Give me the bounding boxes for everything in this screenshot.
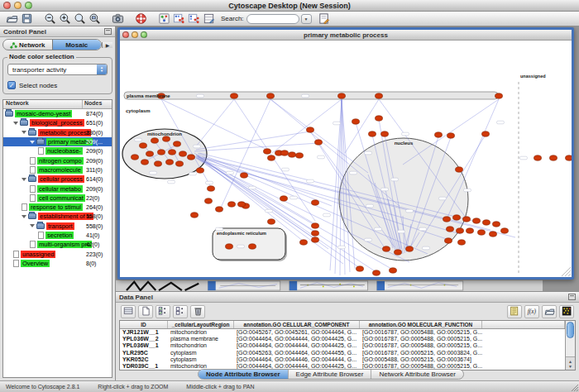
network-node[interactable]	[447, 133, 455, 138]
network-view-frame[interactable]: primary metabolic process plasma membran…	[117, 27, 574, 280]
network-node[interactable]	[179, 151, 187, 156]
network-tree-header[interactable]: Network Nodes	[3, 100, 112, 109]
column-header[interactable]: _cellularLayoutRegion	[168, 321, 234, 328]
network-edge[interactable]	[196, 99, 234, 146]
network-node[interactable]	[312, 200, 319, 205]
network-edge[interactable]	[270, 99, 368, 173]
table-row[interactable]: YPL036W__1mitochondrion[GO:0044464, GO:0…	[120, 342, 565, 349]
network-node[interactable]	[155, 161, 162, 166]
open-file-button[interactable]	[4, 12, 19, 26]
network-node[interactable]	[228, 202, 236, 207]
network-node[interactable]	[264, 149, 271, 154]
tree-row[interactable]: primary metabo209(...	[3, 137, 112, 146]
network-node[interactable]	[249, 244, 256, 249]
network-node[interactable]	[352, 119, 360, 124]
new-attribute-button[interactable]	[138, 305, 153, 318]
expander-icon[interactable]	[30, 224, 35, 227]
zoom-selected-button[interactable]	[87, 12, 102, 26]
expand-network-button[interactable]	[186, 12, 201, 26]
tree-row[interactable]: biological_process651(0)	[3, 118, 112, 127]
network-node[interactable]	[445, 238, 452, 243]
attribute-table-button[interactable]	[121, 305, 136, 318]
tree-column-nodes[interactable]: Nodes	[82, 100, 112, 108]
network-node[interactable]	[268, 155, 275, 160]
attribute-matrix-button[interactable]	[559, 305, 574, 318]
network-node[interactable]	[280, 196, 288, 201]
tab-network-attribute-browser[interactable]: Network Attribute Browser	[371, 370, 462, 379]
network-node[interactable]	[267, 93, 275, 98]
network-node[interactable]	[163, 136, 170, 141]
network-node[interactable]	[151, 138, 159, 143]
float-panel-icon[interactable]	[104, 28, 112, 35]
network-node[interactable]	[566, 155, 572, 160]
tree-column-network[interactable]: Network	[3, 100, 82, 108]
tree-row[interactable]: response to stimul264(0)	[3, 203, 112, 212]
network-node[interactable]	[312, 223, 319, 228]
network-node[interactable]	[501, 228, 509, 233]
tree-row[interactable]: mosaic-demo-yeast874(0)	[3, 109, 112, 118]
network-node[interactable]	[238, 202, 246, 207]
expander-icon[interactable]	[22, 131, 26, 134]
select-attributes-button[interactable]	[156, 305, 170, 318]
network-node[interactable]	[312, 237, 319, 242]
network-node[interactable]	[241, 173, 248, 178]
network-node[interactable]	[208, 186, 215, 191]
network-node[interactable]	[381, 131, 389, 136]
network-node[interactable]	[495, 93, 503, 98]
table-scrollbar[interactable]: ▲▼	[565, 321, 575, 370]
filter-grid-button[interactable]	[201, 12, 216, 26]
tab-node-attribute-browser[interactable]: Node Attribute Browser	[199, 370, 289, 379]
network-edge[interactable]	[196, 131, 310, 150]
network-node[interactable]	[176, 161, 184, 166]
network-node[interactable]	[473, 218, 481, 223]
network-node[interactable]	[268, 219, 275, 224]
network-node[interactable]	[443, 217, 451, 222]
network-canvas[interactable]: plasma membranecytoplasmmitochondrionnuc…	[120, 41, 572, 277]
snapshot-button[interactable]	[110, 12, 125, 26]
network-node[interactable]	[307, 127, 314, 132]
tree-row[interactable]: nucleobase-209(0)	[3, 146, 112, 155]
resize-grip-icon[interactable]	[570, 383, 578, 391]
network-node[interactable]	[356, 266, 364, 271]
network-node[interactable]	[490, 232, 497, 237]
tree-row[interactable]: macromolecule311(0)	[3, 165, 112, 174]
network-node[interactable]	[478, 230, 486, 235]
network-node[interactable]	[166, 160, 174, 165]
tree-row[interactable]: establishment of lo558(0)	[3, 212, 112, 221]
tree-row[interactable]: multi-organism pro42(0)	[3, 240, 112, 249]
tree-row[interactable]: transport558(0)	[3, 222, 112, 231]
expander-icon[interactable]	[30, 141, 35, 144]
tree-row[interactable]: cellular process614(0)	[3, 174, 112, 184]
more-tabs-button[interactable]: ▶	[102, 42, 112, 48]
network-node[interactable]	[338, 93, 346, 98]
network-node[interactable]	[140, 143, 147, 148]
scrollbar-thumb[interactable]	[567, 322, 574, 338]
network-node[interactable]	[493, 222, 500, 227]
network-node[interactable]	[483, 220, 490, 225]
network-node[interactable]	[383, 246, 390, 251]
annotation-page-button[interactable]	[317, 12, 332, 26]
delete-attribute-button[interactable]	[190, 305, 205, 318]
tree-row[interactable]: nitrogen compo209(0)	[3, 155, 112, 165]
network-node[interactable]	[456, 167, 463, 172]
app-titlebar[interactable]: Cytoscape Desktop (New Session)	[0, 0, 579, 12]
network-node[interactable]	[315, 140, 323, 145]
node-color-dropdown[interactable]: transporter activity ▲▼	[7, 64, 108, 75]
tree-row[interactable]: unassigned223(0)	[3, 249, 112, 258]
network-node[interactable]	[376, 116, 383, 121]
tab-mosaic[interactable]: Mosaic	[52, 40, 102, 50]
network-node[interactable]	[158, 150, 165, 155]
network-node[interactable]	[467, 228, 474, 233]
network-node[interactable]	[191, 213, 199, 218]
network-node[interactable]	[458, 240, 466, 245]
network-node[interactable]	[312, 231, 319, 236]
tree-row[interactable]: cell communicat22(0)	[3, 194, 112, 203]
network-node[interactable]	[226, 244, 233, 249]
background-window-fragments[interactable]	[116, 280, 543, 291]
table-row[interactable]: YKR052Ccytoplasm[GO:0044464, GO:0044446,…	[120, 356, 565, 363]
network-view-titlebar[interactable]: primary metabolic process	[120, 30, 572, 41]
network-node[interactable]	[534, 155, 542, 160]
network-node[interactable]	[406, 246, 414, 251]
network-node[interactable]	[188, 155, 195, 160]
save-session-button[interactable]	[19, 12, 34, 26]
